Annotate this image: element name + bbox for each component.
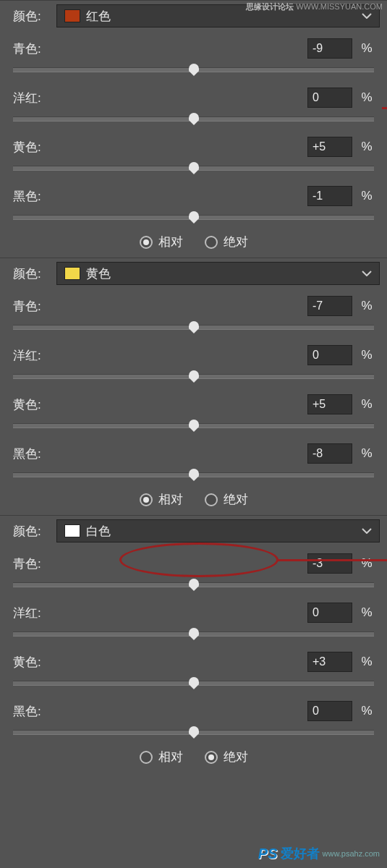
- slider-label-cyan: 青色:: [13, 41, 307, 57]
- slider-input-cyan[interactable]: [307, 553, 352, 574]
- watermark-top: 思缘设计论坛 WWW.MISSYUAN.COM: [246, 1, 383, 12]
- slider-label-black: 黑色:: [13, 446, 307, 462]
- radio-absolute-label: 绝对: [224, 234, 248, 250]
- chevron-down-icon: [362, 528, 372, 534]
- radio-relative-icon: [140, 751, 153, 764]
- percent-label: %: [360, 704, 374, 718]
- slider-label-magenta: 洋红:: [13, 347, 307, 364]
- slider-label-magenta: 洋红:: [13, 90, 307, 106]
- slider-label-magenta: 洋红:: [13, 605, 307, 621]
- percent-label: %: [360, 446, 374, 461]
- slider-track-magenta[interactable]: [13, 624, 374, 644]
- radio-absolute-icon: [205, 751, 218, 764]
- slider-track-magenta[interactable]: [13, 109, 374, 129]
- slider-track-cyan[interactable]: [13, 318, 374, 338]
- watermark-bottom-right: PS爱好者 www.psahz.com: [258, 845, 380, 862]
- slider-track-cyan[interactable]: [13, 575, 374, 595]
- slider-label-black: 黑色:: [13, 703, 307, 720]
- slider-input-yellow[interactable]: [307, 137, 352, 157]
- slider-input-magenta[interactable]: [307, 603, 352, 623]
- color-name: 黄色: [86, 265, 362, 282]
- radio-relative-label: 相对: [158, 234, 183, 250]
- slider-input-cyan[interactable]: [307, 296, 352, 316]
- slider-track-black[interactable]: [13, 208, 374, 228]
- percent-label: %: [360, 397, 374, 412]
- slider-label-black: 黑色:: [13, 188, 307, 205]
- color-swatch: [64, 267, 80, 280]
- slider-input-black[interactable]: [307, 701, 352, 721]
- slider-input-cyan[interactable]: [307, 38, 352, 59]
- percent-label: %: [360, 189, 374, 203]
- chevron-down-icon: [362, 13, 372, 19]
- slider-label-cyan: 青色:: [13, 298, 307, 315]
- slider-track-cyan[interactable]: [13, 60, 374, 80]
- slider-track-yellow[interactable]: [13, 416, 374, 436]
- percent-label: %: [360, 605, 374, 620]
- percent-label: %: [360, 41, 374, 56]
- percent-label: %: [360, 299, 374, 313]
- color-dropdown-1[interactable]: 黄色: [56, 262, 380, 285]
- color-label: 颜色:: [13, 8, 56, 25]
- color-label: 颜色:: [13, 523, 56, 540]
- color-label: 颜色:: [13, 265, 56, 282]
- radio-absolute-label: 绝对: [224, 491, 248, 508]
- slider-track-yellow[interactable]: [13, 673, 374, 694]
- slider-track-yellow[interactable]: [13, 158, 374, 179]
- radio-relative-icon: [140, 493, 153, 506]
- radio-relative[interactable]: 相对: [140, 491, 183, 508]
- slider-label-yellow: 黄色:: [13, 139, 307, 156]
- slider-input-yellow[interactable]: [307, 394, 352, 414]
- slider-input-magenta[interactable]: [307, 88, 352, 108]
- chevron-down-icon: [362, 271, 372, 276]
- radio-relative-label: 相对: [158, 749, 183, 765]
- radio-absolute[interactable]: 绝对: [205, 234, 248, 250]
- slider-input-yellow[interactable]: [307, 652, 352, 672]
- color-swatch: [64, 9, 80, 22]
- percent-label: %: [360, 556, 374, 571]
- radio-relative[interactable]: 相对: [140, 234, 183, 250]
- percent-label: %: [360, 90, 374, 105]
- color-name: 白色: [86, 523, 362, 540]
- percent-label: %: [360, 348, 374, 362]
- radio-absolute-icon: [205, 493, 218, 506]
- radio-absolute-label: 绝对: [224, 749, 248, 765]
- radio-absolute-icon: [205, 236, 218, 249]
- percent-label: %: [360, 140, 374, 154]
- radio-absolute[interactable]: 绝对: [205, 491, 248, 508]
- slider-input-black[interactable]: [307, 186, 352, 206]
- slider-track-black[interactable]: [13, 723, 374, 743]
- slider-track-magenta[interactable]: [13, 367, 374, 387]
- slider-label-yellow: 黄色:: [13, 396, 307, 413]
- slider-track-black[interactable]: [13, 465, 374, 485]
- color-swatch: [64, 524, 80, 537]
- percent-label: %: [360, 655, 374, 669]
- color-dropdown-2[interactable]: 白色: [56, 519, 380, 542]
- radio-relative-label: 相对: [158, 491, 183, 508]
- slider-label-cyan: 青色:: [13, 556, 307, 572]
- radio-absolute[interactable]: 绝对: [205, 749, 248, 765]
- slider-label-yellow: 黄色:: [13, 654, 307, 671]
- radio-relative-icon: [140, 236, 153, 249]
- radio-relative[interactable]: 相对: [140, 749, 183, 765]
- slider-input-magenta[interactable]: [307, 345, 352, 365]
- slider-input-black[interactable]: [307, 443, 352, 464]
